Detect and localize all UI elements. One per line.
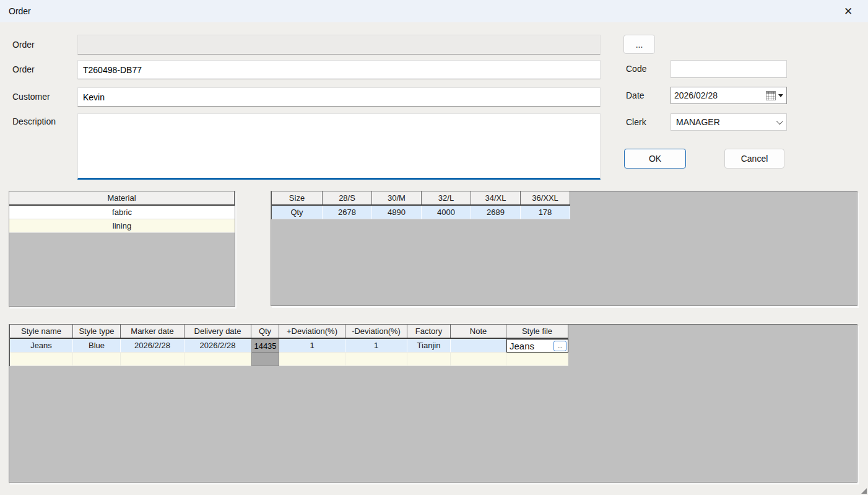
qty-total-cell-empty[interactable] [251,353,279,366]
style-header-row: Style name Style type Marker date Delive… [10,325,568,339]
order-no-label: Order [12,60,35,79]
dropdown-arrow-icon[interactable] [778,94,783,97]
cancel-button[interactable]: Cancel [724,149,784,169]
style-header: Qty [251,325,279,338]
style-header: Note [451,325,506,338]
size-header: 28/S [323,191,372,204]
title-bar: Order ✕ [0,0,868,22]
qty-cell[interactable]: 2678 [323,206,372,219]
marker-date-cell[interactable]: 2026/2/28 [121,339,184,353]
qty-row-header[interactable]: Qty [272,206,323,219]
chevron-down-icon [776,118,783,125]
style-table: Style name Style type Marker date Delive… [9,324,857,483]
style-row[interactable]: Jeans Blue 2026/2/28 2026/2/28 14435 1 1… [10,339,568,353]
browse-button[interactable]: ... [623,35,655,54]
size-qty-row[interactable]: Qty 2678 4890 4000 2689 178 [272,206,570,219]
style-file-value: Jeans [510,341,553,351]
size-header: 34/XL [471,191,521,204]
qty-cell[interactable]: 4000 [422,206,471,219]
ok-button[interactable]: OK [624,149,686,169]
style-file-browse-button[interactable]: ... [553,341,566,351]
style-type-cell[interactable]: Blue [73,339,121,353]
clerk-label: Clerk [626,113,646,131]
style-header: Style name [10,325,73,338]
material-row-fabric[interactable]: fabric [9,206,235,219]
clerk-select[interactable]: MANAGER [671,113,787,131]
minus-deviation-cell[interactable]: 1 [345,339,407,353]
date-label: Date [626,87,644,104]
style-header: -Deviation(%) [345,325,407,338]
material-header: Material [9,191,235,204]
clerk-value: MANAGER [676,117,776,127]
description-label: Description [12,115,56,128]
resize-grip-icon[interactable] [861,488,867,494]
customer-label: Customer [12,87,50,107]
size-header: 36/XXL [521,191,570,204]
style-file-edit-cell[interactable]: Jeans ... [506,339,568,353]
qty-cell[interactable]: 178 [521,206,570,219]
size-table: Size 28/S 30/M 32/L 34/XL 36/XXL Qty 267… [271,191,857,306]
size-header: Size [272,191,323,204]
order-ref-label: Order [12,35,35,55]
style-name-cell[interactable]: Jeans [10,339,73,353]
order-dialog: Order ✕ Order Order Customer Description… [0,0,868,495]
qty-cell[interactable]: 4890 [372,206,422,219]
size-header-row: Size 28/S 30/M 32/L 34/XL 36/XXL [272,191,570,206]
date-picker[interactable]: 2026/02/28 [671,87,787,104]
note-cell[interactable] [451,339,506,353]
style-header: +Deviation(%) [279,325,345,338]
order-ref-field[interactable] [77,35,601,55]
window-title: Order [9,0,31,22]
factory-cell[interactable]: Tianjin [407,339,451,353]
customer-field[interactable] [77,87,601,107]
code-field[interactable] [671,60,787,78]
style-header: Marker date [121,325,184,338]
size-header: 32/L [422,191,471,204]
date-value: 2026/02/28 [674,90,766,100]
style-header: Style file [506,325,568,338]
qty-total-cell[interactable]: 14435 [251,339,279,353]
qty-cell[interactable]: 2689 [471,206,521,219]
material-row-lining[interactable]: lining [9,219,235,233]
style-header: Delivery date [184,325,251,338]
style-row-empty[interactable] [10,353,568,366]
description-field[interactable] [77,113,601,180]
delivery-date-cell[interactable]: 2026/2/28 [184,339,251,353]
close-icon[interactable]: ✕ [835,0,862,22]
material-header-row: Material [9,191,235,206]
style-header: Factory [407,325,451,338]
material-table: Material fabric lining [9,191,235,307]
code-label: Code [626,60,646,78]
size-header: 30/M [372,191,422,204]
style-header: Style type [73,325,121,338]
order-no-field[interactable] [77,60,601,79]
plus-deviation-cell[interactable]: 1 [279,339,345,353]
calendar-icon [766,91,776,100]
